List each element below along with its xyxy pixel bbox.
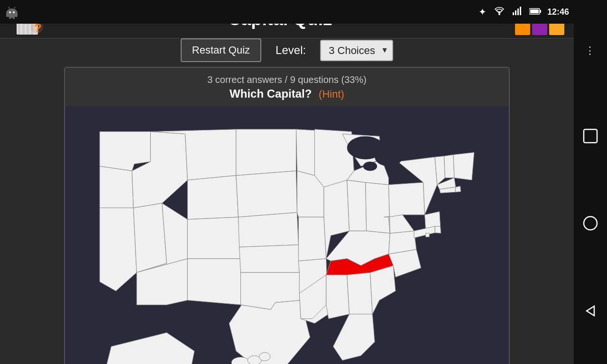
- quiz-box: 3 correct answers / 9 questions (33%) Wh…: [64, 67, 510, 364]
- svg-marker-56: [455, 186, 461, 192]
- level-select[interactable]: 3 Choices4 Choices5 Choices: [320, 40, 393, 61]
- svg-rect-2: [18, 22, 20, 35]
- svg-line-75: [14, 7, 15, 9]
- nav-bar: ⋮: [574, 0, 607, 364]
- svg-marker-43: [326, 275, 349, 319]
- square-nav-button[interactable]: [582, 127, 599, 145]
- svg-marker-54: [453, 153, 474, 181]
- quiz-stats: 3 correct answers / 9 questions (33%): [207, 68, 367, 87]
- status-bar: ✦ 12:46: [0, 0, 574, 24]
- svg-point-68: [375, 148, 403, 166]
- bluetooth-icon: ✦: [478, 6, 487, 18]
- svg-point-72: [9, 11, 11, 13]
- home-nav-button[interactable]: [582, 215, 599, 232]
- svg-rect-61: [426, 233, 430, 237]
- restart-button[interactable]: Restart Quiz: [181, 38, 261, 62]
- svg-marker-38: [366, 182, 390, 233]
- svg-rect-83: [517, 9, 519, 15]
- svg-marker-22: [187, 259, 241, 305]
- svg-rect-86: [540, 10, 541, 13]
- signal-icon: [512, 7, 522, 18]
- svg-point-89: [584, 217, 597, 230]
- svg-rect-77: [16, 13, 18, 17]
- svg-rect-87: [530, 9, 539, 13]
- map-area: [65, 105, 509, 364]
- svg-rect-88: [584, 129, 597, 143]
- svg-marker-58: [425, 211, 441, 228]
- svg-marker-15: [133, 203, 166, 273]
- svg-marker-18: [187, 175, 238, 219]
- svg-point-69: [386, 133, 410, 149]
- app-container: ? Capital Quiz Restart Quiz Level: 3 Cho…: [0, 0, 574, 364]
- quiz-content: 3 correct answers / 9 questions (33%) Wh…: [0, 62, 574, 364]
- menu-dots-button[interactable]: ⋮: [585, 45, 596, 57]
- controls-bar: Restart Quiz Level: 3 Choices4 Choices5 …: [0, 38, 574, 62]
- svg-point-80: [498, 13, 500, 15]
- svg-marker-24: [236, 171, 297, 218]
- svg-line-74: [9, 7, 9, 9]
- svg-marker-59: [435, 227, 441, 234]
- svg-marker-20: [187, 217, 240, 259]
- svg-point-66: [259, 353, 270, 361]
- svg-rect-84: [520, 7, 521, 15]
- status-left: [5, 5, 19, 19]
- status-right: ✦ 12:46: [477, 6, 569, 18]
- svg-point-70: [363, 162, 377, 171]
- svg-marker-13: [100, 166, 133, 208]
- svg-point-73: [13, 11, 15, 13]
- battery-icon: [529, 7, 542, 18]
- us-map: [65, 105, 509, 364]
- level-select-wrapper[interactable]: 3 Choices4 Choices5 Choices ▼: [320, 40, 393, 61]
- svg-marker-26: [239, 245, 300, 273]
- svg-marker-31: [298, 217, 326, 261]
- svg-marker-37: [347, 180, 367, 231]
- hint-link[interactable]: (Hint): [319, 88, 344, 100]
- svg-marker-90: [587, 306, 594, 316]
- svg-rect-82: [515, 10, 516, 15]
- back-nav-button[interactable]: [582, 302, 599, 319]
- svg-marker-53: [444, 155, 454, 178]
- time-display: 12:46: [547, 7, 569, 17]
- svg-marker-25: [239, 212, 299, 247]
- wifi-icon: [494, 7, 505, 18]
- svg-rect-81: [513, 12, 514, 15]
- android-icon: [5, 5, 19, 19]
- quiz-question: Which Capital? (Hint): [230, 87, 344, 105]
- svg-rect-76: [6, 13, 8, 17]
- svg-marker-23: [236, 129, 296, 176]
- question-label: Which Capital?: [230, 87, 312, 100]
- level-label: Level:: [276, 44, 306, 57]
